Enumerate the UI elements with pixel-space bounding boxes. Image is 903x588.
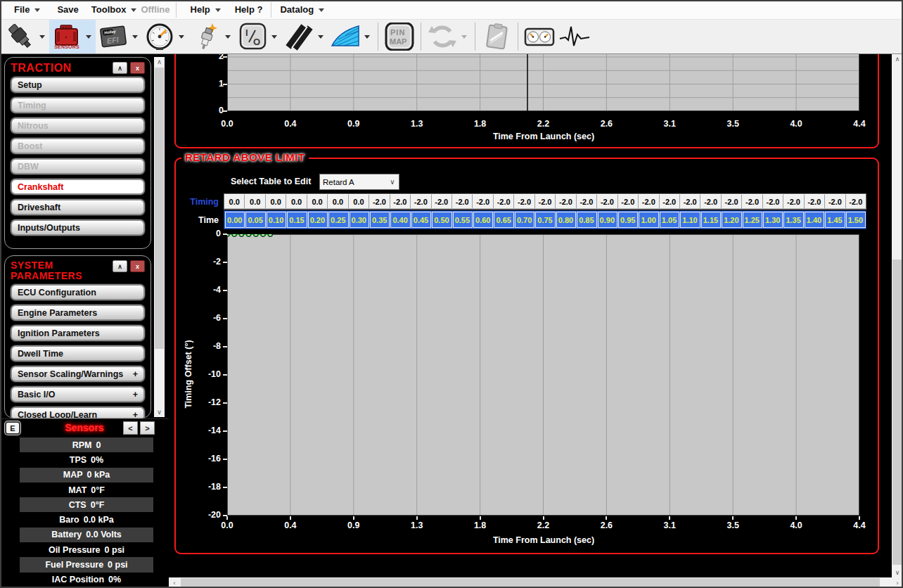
table-cell[interactable]: -2.0 xyxy=(722,194,742,209)
table-cell[interactable]: 0.55 xyxy=(453,212,473,228)
table-cell[interactable]: -2.0 xyxy=(514,194,534,209)
spark-plug-toolbar-button[interactable] xyxy=(188,20,235,53)
dropdown-arrow-icon[interactable] xyxy=(318,35,324,39)
scroll-up-icon[interactable]: ∧ xyxy=(154,57,165,67)
table-cell[interactable]: 1.50 xyxy=(846,212,866,228)
table-cell[interactable]: -2.0 xyxy=(805,194,825,209)
table-cell[interactable]: -2.0 xyxy=(846,194,866,209)
dual-gauges-toolbar-button[interactable] xyxy=(522,20,557,53)
table-cell[interactable]: -2.0 xyxy=(825,194,845,209)
table-cell[interactable]: 0.85 xyxy=(577,212,596,228)
main-horizontal-scrollbar[interactable]: ‹ › xyxy=(169,577,903,588)
sidebar-item-inputs-outputs[interactable]: Inputs/Outputs xyxy=(11,219,145,236)
top-chart[interactable] xyxy=(227,54,859,111)
dropdown-arrow-icon[interactable] xyxy=(39,35,45,39)
dropdown-arrow-icon[interactable] xyxy=(225,35,231,39)
table-cell[interactable]: -2.0 xyxy=(783,194,804,209)
table-cell[interactable]: 0.10 xyxy=(267,212,286,228)
gauge-toolbar-button[interactable] xyxy=(142,20,188,53)
table-cell[interactable]: 0.15 xyxy=(287,212,307,228)
sidebar-item-basic-i-o[interactable]: Basic I/O+ xyxy=(11,386,145,402)
scroll-down-icon[interactable]: ∨ xyxy=(892,568,903,577)
table-cell[interactable]: 1.00 xyxy=(639,212,658,228)
menu-item-toolbox[interactable]: Toolbox xyxy=(91,4,137,15)
sidebar-item-engine-parameters[interactable]: Engine Parameters xyxy=(11,305,145,321)
table-cell[interactable]: -2.0 xyxy=(432,194,452,209)
table-cell[interactable]: 0.20 xyxy=(308,212,328,228)
table-cell[interactable]: 1.10 xyxy=(680,212,700,228)
sidebar-item-closed-loop-learn[interactable]: Closed Loop/Learn+ xyxy=(11,407,145,418)
table-cell[interactable]: -2.0 xyxy=(680,194,700,209)
sidebar-item-ignition-parameters[interactable]: Ignition Parameters xyxy=(11,325,145,341)
table-cell[interactable]: 0.95 xyxy=(618,212,638,228)
next-page-button[interactable]: > xyxy=(140,421,155,435)
dropdown-arrow-icon[interactable] xyxy=(364,35,370,39)
table-cell[interactable]: 0.40 xyxy=(390,212,410,228)
table-cell[interactable]: 1.30 xyxy=(763,212,783,228)
table-cell[interactable]: 1.35 xyxy=(783,212,803,228)
dropdown-arrow-icon[interactable] xyxy=(271,35,277,39)
table-cell[interactable]: 0.70 xyxy=(515,212,534,228)
table-cell[interactable]: -2.0 xyxy=(452,194,473,209)
fuel-table-toolbar-button[interactable] xyxy=(328,20,374,53)
pin-map-toolbar-button[interactable]: PINMAP xyxy=(382,20,417,53)
io-toolbar-button[interactable]: IO xyxy=(235,20,281,53)
table-cell[interactable]: -2.0 xyxy=(494,194,514,209)
table-cell[interactable]: 1.20 xyxy=(722,212,741,228)
menu-item-datalog[interactable]: Datalog xyxy=(280,4,324,15)
sidebar-item-setup[interactable]: Setup xyxy=(11,77,145,93)
sidebar-item-sensor-scaling-warnings[interactable]: Sensor Scaling/Warnings+ xyxy=(11,366,145,382)
table-cell[interactable]: 0.0 xyxy=(266,194,286,209)
menu-item-save[interactable]: Save xyxy=(57,4,78,15)
menu-item-help-[interactable]: Help ? xyxy=(235,4,263,15)
table-cell[interactable]: 0.90 xyxy=(598,212,617,228)
menu-item-help[interactable]: Help xyxy=(191,4,221,15)
table-cell[interactable]: -2.0 xyxy=(763,194,783,209)
dropdown-arrow-icon[interactable] xyxy=(86,35,91,39)
collapse-icon[interactable]: ∧ xyxy=(113,62,127,74)
table-cell[interactable]: -2.0 xyxy=(411,194,431,209)
main-vscroll-thumb[interactable] xyxy=(892,260,902,565)
main-hscroll-thumb[interactable] xyxy=(181,578,880,587)
table-cell[interactable]: -2.0 xyxy=(390,194,411,209)
table-cell[interactable]: 0.80 xyxy=(556,212,576,228)
table-cell[interactable]: 0.50 xyxy=(432,212,452,228)
table-cell[interactable]: -2.0 xyxy=(473,194,493,209)
collapse-icon[interactable]: ∧ xyxy=(113,260,127,272)
sidebar-scrollbar[interactable]: ∧ ∨ xyxy=(154,57,165,417)
dropdown-arrow-icon[interactable] xyxy=(179,35,184,39)
table-cell[interactable]: 0.0 xyxy=(224,194,245,209)
scroll-down-icon[interactable]: ∨ xyxy=(154,407,165,417)
scroll-up-icon[interactable]: ∧ xyxy=(892,54,903,64)
prev-page-button[interactable]: < xyxy=(123,421,138,435)
table-cell[interactable]: -2.0 xyxy=(742,194,762,209)
table-cell[interactable]: -2.0 xyxy=(556,194,576,209)
table-cell[interactable]: 0.0 xyxy=(349,194,369,209)
table-cell[interactable]: -2.0 xyxy=(535,194,556,209)
table-cell[interactable]: 1.40 xyxy=(805,212,824,228)
sidebar-item-driveshaft[interactable]: Driveshaft xyxy=(11,199,145,215)
table-cell[interactable]: 1.15 xyxy=(701,212,721,228)
sidebar-item-crankshaft[interactable]: Crankshaft xyxy=(11,179,145,195)
table-cell[interactable]: -2.0 xyxy=(639,194,659,209)
sidebar-item-dwell-time[interactable]: Dwell Time xyxy=(11,345,145,362)
sensors-ecu-toolbar-button[interactable]: SENSORS xyxy=(49,20,96,53)
sidebar-scrollbar-thumb[interactable] xyxy=(155,68,164,349)
sidebar-item-ecu-configuration[interactable]: ECU Configuration xyxy=(11,284,145,300)
scroll-left-icon[interactable]: ‹ xyxy=(169,577,180,588)
scroll-right-icon[interactable]: › xyxy=(892,577,903,588)
main-vertical-scrollbar[interactable]: ∧ ∨ xyxy=(892,54,903,577)
retard-chart[interactable] xyxy=(227,234,859,516)
table-cell[interactable]: 0.30 xyxy=(350,212,369,228)
menu-item-file[interactable]: File xyxy=(14,4,40,15)
table-cell[interactable]: 0.0 xyxy=(245,194,265,209)
table-cell[interactable]: 0.05 xyxy=(245,212,265,228)
table-cell[interactable]: 0.25 xyxy=(328,212,348,228)
table-cell[interactable]: 1.45 xyxy=(825,212,845,228)
table-cell[interactable]: 0.0 xyxy=(307,194,328,209)
table-cell[interactable]: -2.0 xyxy=(577,194,597,209)
waveform-toolbar-button[interactable] xyxy=(557,20,592,53)
close-icon[interactable]: x xyxy=(130,260,145,272)
table-select-dropdown[interactable]: Retard A ∨ xyxy=(319,174,399,190)
table-cell[interactable]: 0.0 xyxy=(328,194,348,209)
